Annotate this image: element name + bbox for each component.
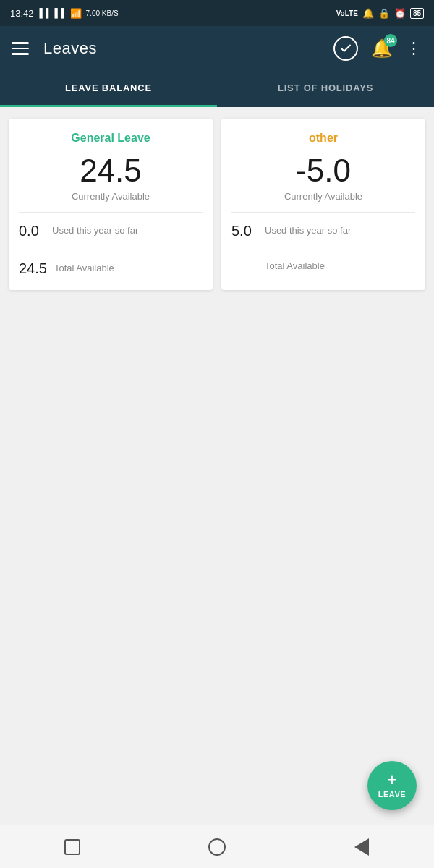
lte-icon: VoLTE: [336, 9, 358, 17]
other-leave-balance-label: Currently Available: [231, 191, 415, 202]
fab-plus-icon: +: [387, 773, 396, 788]
signal-icon: ▌▌: [40, 8, 52, 18]
card-divider-2: [19, 250, 203, 250]
add-leave-fab[interactable]: + LEAVE: [367, 761, 417, 810]
bottom-nav-bar: [0, 825, 434, 868]
leave-cards-row: General Leave 24.5 Currently Available 0…: [9, 119, 425, 290]
check-button[interactable]: [333, 36, 358, 61]
triangle-icon: [354, 838, 369, 856]
tab-list-of-holidays[interactable]: LIST OF HOLIDAYS: [217, 71, 434, 107]
general-leave-used-value: 0.0: [19, 223, 45, 239]
vibrate-icon: 🔔: [362, 8, 374, 19]
signal-icon-2: ▌▌: [55, 8, 67, 18]
notification-button[interactable]: 🔔 84: [371, 38, 393, 59]
card-divider-1: [19, 212, 203, 213]
alarm-icon: ⏰: [394, 8, 406, 19]
other-leave-total-row: Total Available: [231, 258, 415, 276]
general-leave-total-row: 24.5 Total Available: [19, 258, 203, 280]
app-bar: Leaves 🔔 84 ⋮: [0, 26, 434, 71]
general-leave-card: General Leave 24.5 Currently Available 0…: [9, 119, 213, 290]
general-leave-used-label: Used this year so far: [52, 225, 138, 237]
lock-icon: 🔒: [378, 8, 390, 19]
content-area: General Leave 24.5 Currently Available 0…: [0, 107, 434, 700]
tab-leave-balance[interactable]: LEAVE BALANCE: [0, 71, 217, 107]
time-display: 13:42: [10, 8, 34, 19]
status-left: 13:42 ▌▌ ▌▌ 📶 7.00 KB/S: [10, 8, 119, 19]
general-leave-total-value: 24.5: [19, 260, 47, 277]
status-right: VoLTE 🔔 🔒 ⏰ 85: [336, 8, 424, 19]
app-bar-actions: 🔔 84 ⋮: [333, 36, 422, 61]
other-leave-card: other -5.0 Currently Available 5.0 Used …: [221, 119, 425, 290]
fab-label: LEAVE: [378, 790, 406, 799]
other-leave-title: other: [231, 132, 415, 145]
card-divider-3: [231, 212, 415, 213]
hamburger-button[interactable]: [12, 42, 29, 55]
tabs-bar: LEAVE BALANCE LIST OF HOLIDAYS: [0, 71, 434, 107]
square-icon: [64, 839, 80, 855]
other-leave-used-value: 5.0: [231, 223, 258, 239]
nav-back-button[interactable]: [349, 834, 375, 860]
other-leave-balance: -5.0: [231, 155, 415, 187]
app-title: Leaves: [43, 39, 333, 58]
nav-square-button[interactable]: [59, 834, 85, 860]
battery-display: 85: [410, 8, 424, 19]
other-leave-total-label: Total Available: [265, 260, 325, 273]
card-divider-4: [231, 250, 415, 250]
notification-badge: 84: [384, 34, 397, 47]
general-leave-title: General Leave: [19, 132, 203, 145]
data-speed: 7.00 KB/S: [86, 9, 119, 17]
nav-home-button[interactable]: [204, 834, 230, 860]
status-bar: 13:42 ▌▌ ▌▌ 📶 7.00 KB/S VoLTE 🔔 🔒 ⏰ 85: [0, 0, 434, 26]
circle-icon: [208, 838, 226, 856]
general-leave-used-row: 0.0 Used this year so far: [19, 220, 203, 242]
more-options-button[interactable]: ⋮: [406, 39, 422, 58]
other-leave-used-label: Used this year so far: [265, 225, 351, 237]
general-leave-balance-label: Currently Available: [19, 191, 203, 202]
wifi-icon: 📶: [70, 8, 82, 19]
general-leave-total-label: Total Available: [54, 263, 114, 275]
other-leave-used-row: 5.0 Used this year so far: [231, 220, 415, 242]
general-leave-balance: 24.5: [19, 155, 203, 187]
